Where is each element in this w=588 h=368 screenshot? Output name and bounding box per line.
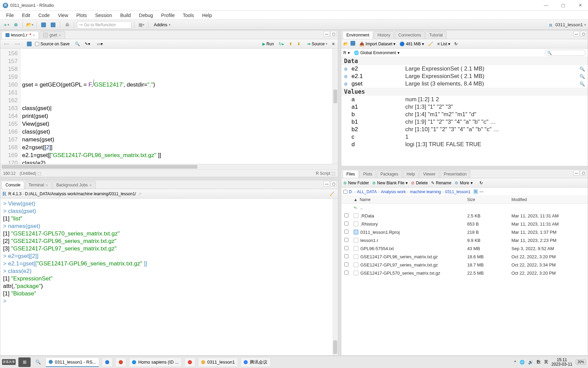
- source-tab-gset[interactable]: gset ✕: [39, 31, 65, 39]
- file-row[interactable]: GSE12417-GPL570_series_matrix.txt.gz22.5…: [341, 269, 588, 277]
- taskbar-search-button[interactable]: 🔍: [33, 357, 43, 367]
- file-row[interactable]: .Rhistory653 BMar 11, 2023, 11:31 AM: [341, 220, 588, 228]
- open-file-button[interactable]: 📂▾: [26, 21, 34, 29]
- file-checkbox[interactable]: [344, 213, 348, 217]
- taskbar-item-rstudio[interactable]: 0311_lesson1 - RS...: [46, 357, 99, 367]
- pane-minimize-button[interactable]: —: [324, 181, 330, 186]
- file-row[interactable]: GSE12417-GPL96_series_matrix.txt.gz18.6 …: [341, 252, 588, 261]
- code-line[interactable]: class(gset): [22, 128, 331, 136]
- tab-terminal[interactable]: Terminal✕: [25, 181, 52, 189]
- new-folder-button[interactable]: ⊕New Folder: [343, 181, 369, 185]
- ime-indicator-2[interactable]: 英: [544, 359, 548, 365]
- editor-vertical-scrollbar[interactable]: [332, 49, 338, 164]
- nav-forward-button[interactable]: ⟹: [13, 41, 21, 47]
- code-line[interactable]: print(gset): [22, 112, 331, 120]
- outline-button[interactable]: ≡: [331, 41, 336, 47]
- menu-profile[interactable]: Profile: [158, 12, 178, 19]
- start-button[interactable]: ⊞: [18, 357, 31, 367]
- code-line[interactable]: names(gset): [22, 136, 331, 143]
- tray-network-icon[interactable]: 🌐: [520, 360, 525, 365]
- env-variable-row[interactable]: ◍e2.1Large ExpressionSet ( 2.1 MB)🔍: [341, 73, 588, 80]
- expand-icon[interactable]: ◍: [344, 66, 349, 71]
- close-icon[interactable]: ✕: [32, 33, 35, 37]
- tray-chevron-icon[interactable]: ^: [514, 360, 516, 365]
- source-tab-lesson1[interactable]: lesson1.r* ✕: [2, 31, 39, 39]
- tab-presentation[interactable]: Presentation: [440, 170, 470, 178]
- tab-connections[interactable]: Connections: [395, 31, 425, 39]
- pane-minimize-button[interactable]: —: [573, 170, 579, 175]
- save-all-button[interactable]: [49, 21, 57, 29]
- tab-console[interactable]: Console: [2, 181, 24, 189]
- find-button[interactable]: 🔍: [74, 41, 81, 47]
- file-row[interactable]: .RData2.5 KBMar 11, 2023, 11:31 AM: [341, 212, 588, 220]
- load-workspace-button[interactable]: 📂: [343, 42, 348, 46]
- crumb-lesson[interactable]: 0311_lesson1: [445, 189, 471, 194]
- close-icon[interactable]: ✕: [59, 33, 61, 37]
- file-checkbox[interactable]: [344, 221, 348, 226]
- file-checkbox[interactable]: [344, 238, 348, 242]
- code-line[interactable]: View(gset): [22, 120, 331, 128]
- save-button[interactable]: [39, 21, 48, 29]
- file-row[interactable]: lesson1.r9.9 KBMar 11, 2023, 2:23 PM: [341, 236, 588, 244]
- file-checkbox[interactable]: [344, 254, 348, 258]
- rerun-button[interactable]: ↻▸: [277, 41, 285, 47]
- go-down-button[interactable]: ⬇: [296, 41, 302, 47]
- code-line[interactable]: [22, 96, 331, 104]
- code-line[interactable]: e2=gset[[2]]: [22, 143, 331, 151]
- code-line[interactable]: class(e2): [22, 159, 331, 164]
- pane-maximize-button[interactable]: ▢: [330, 31, 337, 36]
- editor-horizontal-scrollbar[interactable]: [0, 164, 338, 169]
- crumb-ml[interactable]: machine learning: [410, 189, 441, 194]
- console-vertical-scrollbar[interactable]: [332, 199, 338, 355]
- tab-viewer[interactable]: Viewer: [419, 170, 439, 178]
- menu-session[interactable]: Session: [92, 12, 115, 19]
- env-variable-row[interactable]: b2chr [1:10] "1" "2" "3" "4" "a" "b" "c"…: [341, 126, 588, 133]
- language-mode[interactable]: R Script ⬚: [316, 171, 335, 176]
- addins-button[interactable]: Addins▾: [151, 21, 173, 28]
- select-all-checkbox[interactable]: [343, 190, 347, 194]
- expand-icon[interactable]: ◍: [344, 74, 349, 79]
- menu-view[interactable]: View: [54, 12, 71, 19]
- tab-environment[interactable]: Environment: [343, 31, 373, 39]
- path-more-button[interactable]: ⋯: [479, 189, 484, 194]
- file-checkbox[interactable]: [344, 230, 348, 234]
- project-selector[interactable]: R 0311_lesson1 ▾: [549, 22, 586, 27]
- code-line[interactable]: gset = getGEO(getGPL = F,'GSE12417', des…: [22, 81, 331, 89]
- nav-back-button[interactable]: ⟸: [2, 41, 11, 47]
- file-row[interactable]: GPL96-57554.txt43 MBSep 3, 2022, 9:52 AM: [341, 244, 588, 252]
- tab-history[interactable]: History: [374, 31, 394, 39]
- file-checkbox[interactable]: [344, 246, 348, 250]
- main-vertical-splitter[interactable]: [338, 30, 341, 356]
- pane-minimize-button[interactable]: —: [324, 31, 330, 36]
- run-button[interactable]: ▶Run: [261, 41, 275, 47]
- new-file-button[interactable]: ＋▾: [2, 21, 10, 29]
- save-source-button[interactable]: [26, 41, 33, 47]
- new-blank-file-button[interactable]: ⊕New Blank File ▾: [372, 181, 408, 185]
- code-line[interactable]: class(gset)|: [22, 104, 331, 112]
- column-modified[interactable]: Modified: [509, 197, 588, 202]
- menu-help[interactable]: Help: [199, 12, 215, 19]
- file-row[interactable]: ⬑..: [341, 203, 588, 212]
- document-label[interactable]: (Untitled) ⬚: [20, 171, 41, 176]
- go-up-button[interactable]: ⬆: [288, 41, 294, 47]
- taskbar-item-chrome[interactable]: [184, 357, 195, 367]
- ime-indicator-1[interactable]: 数: [537, 359, 541, 365]
- menu-file[interactable]: File: [3, 12, 17, 19]
- file-checkbox[interactable]: [344, 262, 348, 266]
- grid-view-button[interactable]: ▦▾: [137, 21, 145, 29]
- taskbar-item-vscode[interactable]: [102, 357, 113, 367]
- import-dataset-button[interactable]: 📥 Import Dataset ▾: [359, 42, 395, 46]
- inspect-icon[interactable]: 🔍: [579, 81, 585, 87]
- column-name[interactable]: ▲ Name: [352, 197, 465, 202]
- save-workspace-button[interactable]: [350, 41, 355, 47]
- goto-file-input[interactable]: ↪ Go to file/function: [77, 21, 131, 29]
- view-mode-button[interactable]: ≡ List ▾: [437, 42, 450, 46]
- code-line[interactable]: e2.1=gset[["GSE12417-GPL96_series_matrix…: [22, 151, 331, 159]
- env-variable-row[interactable]: c1: [341, 133, 588, 141]
- wand-button[interactable]: ✎▾: [83, 41, 92, 47]
- menu-build[interactable]: Build: [117, 12, 134, 19]
- pane-minimize-button[interactable]: —: [573, 31, 579, 36]
- tab-tutorial[interactable]: Tutorial: [425, 31, 446, 39]
- menu-debug[interactable]: Debug: [135, 12, 156, 19]
- env-variable-row[interactable]: ◍gsetLarge list (3 elements, 8.4 MB)🔍: [341, 80, 588, 88]
